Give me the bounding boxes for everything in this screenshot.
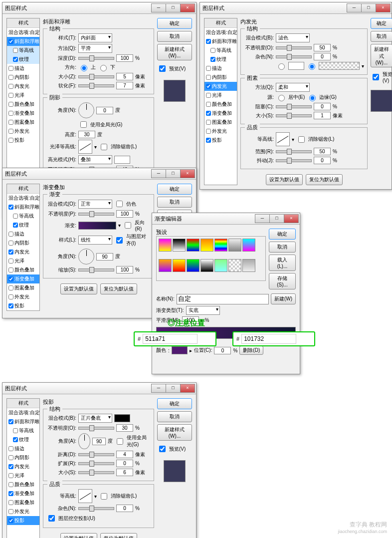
- reverse-check[interactable]: [125, 222, 131, 229]
- gradtype-select[interactable]: 实底: [186, 306, 220, 315]
- src-edge-radio[interactable]: [309, 95, 316, 101]
- stop-pos-input[interactable]: 0: [214, 347, 231, 354]
- jitter-slider[interactable]: [276, 159, 312, 162]
- ok-button[interactable]: 确定: [157, 184, 192, 195]
- angle-dial[interactable]: [78, 433, 90, 449]
- global-light-check[interactable]: [117, 438, 123, 445]
- gradient-radio[interactable]: [309, 63, 315, 70]
- styles-list[interactable]: 样式 混合选项:自定 斜面和浮雕 等高线 纹理 描边 内阴影 内发光 光泽 颜色…: [204, 18, 237, 185]
- make-default-button[interactable]: 设置为默认值: [266, 174, 303, 185]
- range-input[interactable]: 50: [314, 148, 331, 155]
- soften-slider[interactable]: [78, 84, 114, 87]
- min-btn[interactable]: ─: [151, 169, 166, 178]
- preview-check[interactable]: [159, 446, 166, 452]
- choke-slider[interactable]: [276, 105, 312, 108]
- opacity-input[interactable]: 30: [116, 424, 133, 432]
- gloss-contour[interactable]: [78, 140, 92, 154]
- ok-button[interactable]: 确定: [371, 18, 392, 29]
- close-btn[interactable]: ×: [180, 3, 195, 12]
- close-btn[interactable]: ×: [180, 169, 195, 178]
- noise-input[interactable]: 0: [116, 505, 133, 512]
- altitude-input[interactable]: 30: [78, 131, 95, 138]
- angle-input[interactable]: 90: [96, 253, 113, 261]
- presets-grid[interactable]: [156, 236, 266, 281]
- delete-stop-button[interactable]: 删除(D): [239, 346, 263, 355]
- max-btn[interactable]: □: [361, 3, 376, 12]
- newstyle-button[interactable]: 新建样式(W)...: [157, 44, 192, 60]
- max-btn[interactable]: □: [166, 384, 181, 393]
- min-btn[interactable]: ─: [347, 3, 362, 12]
- close-btn[interactable]: ×: [180, 384, 195, 393]
- style-select[interactable]: 内斜面: [78, 33, 112, 42]
- size-input[interactable]: 1: [314, 112, 331, 119]
- opacity-input[interactable]: 50: [314, 44, 331, 51]
- depth-slider[interactable]: [78, 57, 114, 60]
- blend-select[interactable]: 正常: [78, 200, 112, 209]
- ok-button[interactable]: 确定: [157, 398, 192, 409]
- size-slider[interactable]: [78, 471, 114, 474]
- titlebar[interactable]: 图层样式 ─□×: [2, 168, 196, 180]
- titlebar[interactable]: 图层样式 ─□×: [2, 2, 196, 14]
- max-btn[interactable]: □: [166, 169, 181, 178]
- titlebar[interactable]: 渐变编辑器 ─□×: [152, 213, 300, 225]
- size-slider[interactable]: [276, 114, 312, 117]
- min-btn[interactable]: ─: [151, 3, 166, 12]
- ge-new-button[interactable]: 新建(W): [271, 293, 296, 304]
- newstyle-button[interactable]: 新建样式(W)...: [371, 44, 392, 67]
- depth-input[interactable]: 100: [116, 54, 133, 62]
- antialias-check[interactable]: [101, 144, 107, 150]
- gradient-swatch[interactable]: [319, 62, 360, 70]
- choke-input[interactable]: 0: [314, 103, 331, 110]
- technique-select[interactable]: 柔和: [276, 83, 310, 92]
- ge-save-button[interactable]: 存储(S)...: [269, 273, 296, 289]
- noise-slider[interactable]: [276, 55, 312, 58]
- close-btn[interactable]: ×: [284, 214, 299, 223]
- spread-slider[interactable]: [78, 462, 114, 465]
- highlight-mode-select[interactable]: 叠加: [78, 155, 112, 164]
- shadow-color[interactable]: [114, 414, 130, 422]
- aa-check[interactable]: [101, 493, 107, 500]
- angle-input[interactable]: 0: [96, 107, 113, 114]
- ge-load-button[interactable]: 载入(L)...: [269, 255, 296, 271]
- opacity-input[interactable]: 100: [116, 210, 133, 218]
- contour-picker[interactable]: [276, 132, 290, 146]
- jitter-input[interactable]: 0: [314, 157, 331, 164]
- knockout-check[interactable]: [48, 515, 55, 522]
- styles-list[interactable]: 样式 混合选项:自定 斜面和浮雕 等高线 纹理 描边 内阴影 内发光 光泽 颜色…: [6, 184, 40, 311]
- technique-select[interactable]: 平滑: [78, 44, 112, 53]
- color2-input[interactable]: [241, 334, 296, 344]
- contour-picker[interactable]: [78, 489, 92, 503]
- noise-slider[interactable]: [78, 507, 114, 510]
- reset-default-button[interactable]: 复位为默认值: [100, 283, 137, 294]
- global-light-check[interactable]: [80, 121, 87, 128]
- dir-up-radio[interactable]: [81, 65, 87, 71]
- max-btn[interactable]: □: [269, 214, 284, 223]
- spread-input[interactable]: 0: [116, 460, 133, 467]
- reset-default-button[interactable]: 复位为默认值: [306, 174, 343, 185]
- scale-slider[interactable]: [78, 269, 114, 271]
- angle-dial[interactable]: [78, 249, 94, 265]
- ok-button[interactable]: 确定: [157, 18, 192, 29]
- range-slider[interactable]: [276, 150, 312, 153]
- angle-dial[interactable]: [78, 102, 94, 118]
- align-check[interactable]: [116, 237, 123, 244]
- opacity-slider[interactable]: [276, 46, 312, 49]
- titlebar[interactable]: 图层样式 ─□×: [200, 2, 392, 14]
- soften-input[interactable]: 7: [116, 82, 133, 89]
- noise-input[interactable]: 0: [314, 53, 331, 60]
- stop-color-swatch[interactable]: [172, 346, 188, 354]
- close-btn[interactable]: ×: [376, 3, 391, 12]
- gradstyle-select[interactable]: 线性: [78, 236, 112, 245]
- dir-down-radio[interactable]: [100, 65, 107, 71]
- min-btn[interactable]: ─: [255, 214, 270, 223]
- reset-default-button[interactable]: 复位为默认值: [100, 533, 137, 538]
- make-default-button[interactable]: 设置为默认值: [60, 533, 97, 538]
- opacity-slider[interactable]: [78, 427, 114, 430]
- angle-input[interactable]: 90: [92, 438, 105, 445]
- blend-select[interactable]: 滤色: [276, 33, 310, 42]
- ge-ok-button[interactable]: 确定: [269, 229, 296, 240]
- src-center-radio[interactable]: [278, 95, 285, 101]
- gradient-picker[interactable]: [78, 222, 116, 230]
- distance-input[interactable]: 4: [116, 451, 133, 458]
- cancel-button[interactable]: 取消: [157, 411, 192, 422]
